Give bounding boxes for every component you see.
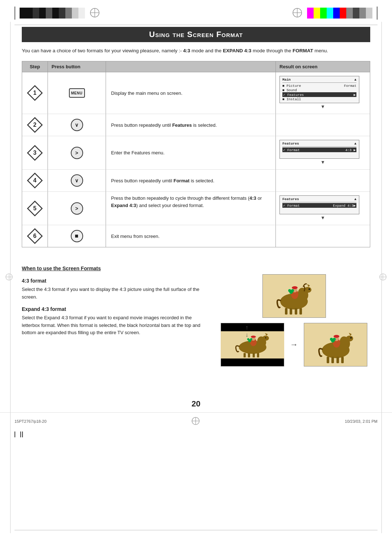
step-diamond-6: 6 [27, 228, 43, 244]
svg-rect-54 [336, 357, 339, 363]
svg-point-46 [250, 338, 252, 340]
svg-point-47 [265, 337, 266, 339]
footer: 15PT2767/p18-20 10/23/03, 2:01 PM [0, 412, 392, 432]
svg-rect-25 [299, 308, 302, 315]
step-4-desc: Press button repeatedly umtil Format is … [106, 170, 275, 192]
top-crosshair-left [89, 7, 100, 19]
intro-paragraph: You can have a choice of two formats for… [22, 47, 370, 54]
screen-1: Main▲ ■ PictureFormat ■ Sound ✓ Features… [279, 76, 359, 103]
menu-button[interactable]: MENU [69, 88, 85, 98]
right-arrow-button-3[interactable]: > [71, 147, 83, 159]
svg-point-50 [346, 336, 353, 341]
format2-text: Select the Expand 4:3 format if you want… [22, 314, 207, 337]
svg-point-29 [292, 286, 298, 289]
svg-rect-24 [295, 308, 297, 315]
format1-text: Select the 4:3 format if you want to dis… [22, 286, 207, 301]
step-5-btn: > [48, 192, 106, 225]
format1-title: 4:3 format [22, 278, 207, 284]
main-content: Using the Screen Format You can have a c… [0, 23, 392, 266]
down-arrow-2: ▼ [279, 159, 366, 166]
step-1-num: 1 [22, 72, 48, 114]
step-diamond-4: 4 [27, 173, 43, 189]
top-bar-area [0, 0, 392, 23]
svg-marker-21 [307, 284, 310, 287]
step-6-desc: Exit menu from screen. [106, 225, 275, 247]
step-3-result: Features▲ ✓ Format4:3 ▶ ▼ [275, 136, 370, 170]
step-1-desc: Display the main menu on screen. [106, 72, 275, 114]
step-6-result-spacer [275, 225, 370, 247]
step-2-btn: ∨ [48, 114, 106, 136]
svg-rect-23 [290, 308, 292, 315]
col-header-press: Press button [48, 61, 106, 72]
svg-point-32 [291, 289, 294, 292]
page-title: Using the Screen Format [22, 27, 370, 42]
svg-rect-37 [244, 353, 246, 357]
down-arrow-button[interactable]: ∨ [71, 119, 83, 131]
left-margin-tick [15, 7, 15, 20]
expand-arrow-icon: → [290, 340, 298, 349]
col-header-result: Result on screen [275, 61, 370, 72]
letterbox-image [221, 323, 284, 366]
svg-marker-36 [265, 333, 268, 336]
bottom-formats-area: 4:3 format Select the 4:3 format if you … [22, 274, 370, 385]
step-2-num: 2 [22, 114, 48, 136]
svg-rect-52 [327, 357, 329, 363]
top-crosshair-right [292, 7, 303, 19]
footer-crosshair [191, 416, 200, 426]
step-2-desc: Press button repeatedly until Features i… [106, 114, 275, 136]
left-color-bar [20, 8, 85, 19]
step-5-num: 5 [22, 192, 48, 225]
format2-title: Expand 4:3 format [22, 306, 207, 312]
right-arrow-button-5[interactable]: > [71, 202, 83, 215]
step-diamond-3: 3 [27, 145, 43, 161]
svg-point-45 [247, 338, 249, 340]
screen-2: Features▲ ✓ Format4:3 ▶ [279, 140, 359, 159]
svg-point-58 [334, 335, 339, 338]
illustrations: → [218, 274, 370, 385]
svg-point-61 [333, 338, 336, 341]
vertical-expand-arrows: ↑ ↓ [245, 324, 248, 338]
svg-point-60 [330, 338, 333, 341]
step-diamond-2: 2 [27, 117, 43, 133]
down-arrow-button-4[interactable]: ∨ [71, 174, 83, 187]
bottom-lines [0, 432, 392, 441]
svg-point-31 [288, 289, 291, 292]
step-3-desc: Enter the Features menu. [106, 136, 275, 170]
exit-button[interactable]: ⏹ [71, 230, 83, 242]
svg-rect-40 [257, 353, 259, 357]
when-to-use-title: When to use the Screen Formats [22, 266, 370, 271]
col-header-step: Step [22, 61, 48, 72]
svg-point-26 [309, 288, 310, 290]
crosshair-right [379, 273, 387, 282]
step-5-result: Features▲ ✓ FormatExpand 4:3▶ ▼ [275, 192, 370, 225]
step-3-btn: > [48, 136, 106, 170]
formats-text: 4:3 format Select the 4:3 format if you … [22, 274, 207, 337]
step-4-btn: ∨ [48, 170, 106, 192]
step-4-num: 4 [22, 170, 48, 192]
expand-illustration-row: → [221, 323, 367, 366]
svg-marker-51 [349, 333, 352, 336]
step-2-result-spacer [275, 114, 370, 136]
fullscreen-illustration [262, 274, 326, 318]
letterbox-inner [221, 331, 284, 358]
svg-rect-53 [331, 357, 334, 363]
step-diamond-5: 5 [27, 200, 43, 216]
screen-3: Features▲ ✓ FormatExpand 4:3▶ [279, 195, 359, 214]
step-1-result: Main▲ ■ PictureFormat ■ Sound ✓ Features… [275, 72, 370, 114]
footer-left: 15PT2767/p18-20 [15, 419, 46, 424]
step-5-desc: Press the button repeatedly to cycle thr… [106, 192, 275, 225]
crosshair-left [5, 273, 13, 282]
svg-point-62 [350, 337, 352, 339]
steps-table: Step Press button Result on screen 1 MEN… [22, 61, 370, 247]
step-1-btn: MENU [48, 72, 106, 114]
down-arrow-3: ▼ [279, 214, 366, 221]
svg-point-43 [251, 336, 256, 338]
svg-rect-22 [285, 308, 287, 315]
expanded-image [304, 323, 367, 366]
step-4-result-spacer [275, 170, 370, 192]
h-line-bottom [15, 530, 377, 530]
page-number: 20 [0, 399, 392, 409]
step-6-btn: ⏹ [48, 225, 106, 247]
step-3-num: 3 [22, 136, 48, 170]
svg-rect-38 [248, 353, 250, 357]
